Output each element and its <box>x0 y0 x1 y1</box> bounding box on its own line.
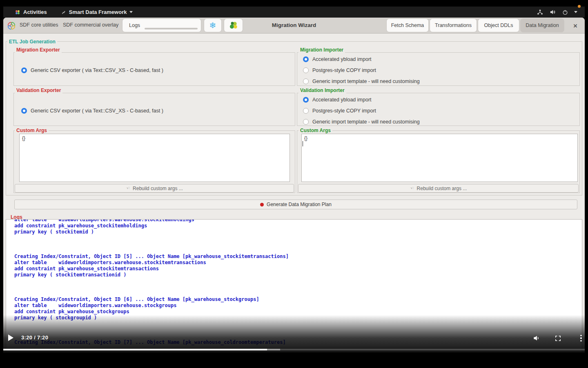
sdf-core-utilities-button[interactable]: SDF core utilities <box>20 20 58 29</box>
radio-validation-importer-copy[interactable]: Postgres-style COPY import <box>303 108 376 114</box>
generate-data-migration-plan-button[interactable]: Generate Data Migration Plan <box>14 200 577 209</box>
app-menu-icon <box>61 9 66 15</box>
tab-object-ddls-label: Object DDLs <box>484 22 513 28</box>
app-menu-label: Smart Data Framework <box>69 9 127 15</box>
logs-tab-button[interactable]: Logs <box>122 19 201 32</box>
video-seekbar[interactable] <box>3 349 585 350</box>
rebuild-icon: ☜ <box>410 186 414 191</box>
validation-importer-title: Validation Importer <box>298 88 346 93</box>
radio-migration-importer-copy[interactable]: Postgres-style COPY import <box>303 67 376 73</box>
custom-args-right-input[interactable]: {} <box>301 134 578 182</box>
logs-tab-label: Logs <box>129 22 140 28</box>
player-volume-button[interactable] <box>532 334 541 343</box>
migration-exporter-title: Migration Exporter <box>15 47 62 53</box>
radio-unselected-icon <box>303 79 309 84</box>
migration-importer-title: Migration Importer <box>298 47 345 53</box>
network-icon[interactable] <box>537 9 543 16</box>
text-cursor <box>303 141 303 146</box>
radio-migration-exporter-csv[interactable]: Generic CSV exporter ( via Text::CSV_XS … <box>21 67 163 73</box>
sdf-logo-icon <box>7 21 16 31</box>
tab-fetch-schema[interactable]: Fetch Schema <box>387 19 428 32</box>
snowflake-icon: ❄ <box>209 21 216 29</box>
tab-object-ddls[interactable]: Object DDLs <box>478 19 519 32</box>
sdf-commercial-overlay-label: SDF commercial overlay <box>63 22 118 28</box>
video-frame: Activities Smart Data Framework <box>0 0 588 368</box>
radio-migration-importer-template[interactable]: Generic import template - will need cust… <box>303 78 420 84</box>
rebuild-custom-args-left-button[interactable]: ☜ Rebuild custom args ... <box>15 184 294 193</box>
radio-selected-icon <box>21 67 27 73</box>
logs-progress-track <box>145 28 198 29</box>
radio-unselected-icon <box>303 119 309 125</box>
seekbar-played <box>3 349 267 350</box>
volume-icon[interactable] <box>549 9 556 16</box>
radio-unselected-icon <box>303 108 309 114</box>
record-dot-icon <box>260 203 264 206</box>
gnome-top-bar: Activities Smart Data Framework <box>3 7 585 18</box>
sdf-core-utilities-label: SDF core utilities <box>20 22 58 28</box>
app-menu-caret-icon <box>129 11 133 13</box>
app-menu-button[interactable]: Smart Data Framework <box>57 9 137 15</box>
radio-unselected-icon <box>303 67 309 73</box>
fullscreen-button[interactable] <box>553 334 562 343</box>
tab-fetch-schema-label: Fetch Schema <box>391 22 424 28</box>
validation-exporter-title: Validation Exporter <box>15 88 62 93</box>
tab-data-migration[interactable]: Data Migration <box>521 19 564 32</box>
window-title: Migration Wizard <box>253 22 335 28</box>
close-icon[interactable]: ✕ <box>571 21 580 30</box>
activities-label: Activities <box>23 9 47 15</box>
etl-group-title: ETL Job Generation <box>7 39 57 45</box>
power-icon[interactable] <box>562 9 568 16</box>
radio-selected-icon <box>21 108 27 114</box>
cluster-dots-icon <box>229 20 238 30</box>
rebuild-icon: ☜ <box>126 186 130 191</box>
video-controls-gradient <box>0 315 588 352</box>
custom-args-left-title: Custom Args <box>15 128 49 133</box>
speaker-icon <box>532 334 541 342</box>
system-menu-caret-icon[interactable] <box>574 11 577 13</box>
radio-validation-importer-template[interactable]: Generic import template - will need cust… <box>303 119 420 125</box>
activities-button[interactable]: Activities <box>11 9 51 15</box>
video-time-display: 3:20 / 7:20 <box>21 334 48 341</box>
tab-data-migration-label: Data Migration <box>526 22 559 28</box>
custom-args-right-title: Custom Args <box>298 128 332 133</box>
notification-dot <box>578 5 581 8</box>
custom-args-left-input[interactable]: {} <box>19 134 290 182</box>
radio-selected-icon <box>303 56 309 62</box>
radio-migration-importer-ybload[interactable]: Accelerated ybload import <box>303 56 372 62</box>
rebuild-custom-args-right-button[interactable]: ☜ Rebuild custom args ... <box>298 184 579 193</box>
player-menu-button[interactable] <box>577 334 586 343</box>
tab-transformations-label: Transformations <box>435 22 472 28</box>
radio-validation-exporter-csv[interactable]: Generic CSV exporter ( via Text::CSV_XS … <box>21 108 163 114</box>
fullscreen-icon <box>555 335 561 342</box>
cluster-button[interactable] <box>224 19 243 32</box>
snowflake-button[interactable]: ❄ <box>204 19 221 32</box>
activities-icon <box>15 9 20 15</box>
tab-transformations[interactable]: Transformations <box>430 19 477 32</box>
radio-validation-importer-ybload[interactable]: Accelerated ybload import <box>303 96 372 103</box>
radio-selected-icon <box>303 97 309 103</box>
sdf-commercial-overlay-button[interactable]: SDF commercial overlay <box>63 20 118 29</box>
play-button[interactable] <box>8 334 13 341</box>
kebab-icon <box>580 335 582 337</box>
